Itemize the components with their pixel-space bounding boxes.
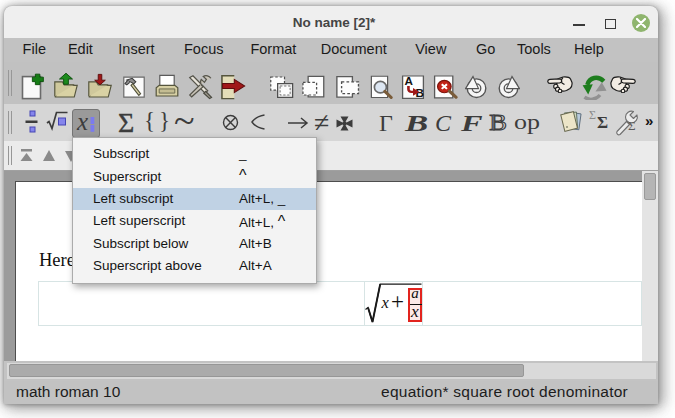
- svg-text:A: A: [405, 75, 413, 86]
- svg-text:B: B: [489, 110, 507, 134]
